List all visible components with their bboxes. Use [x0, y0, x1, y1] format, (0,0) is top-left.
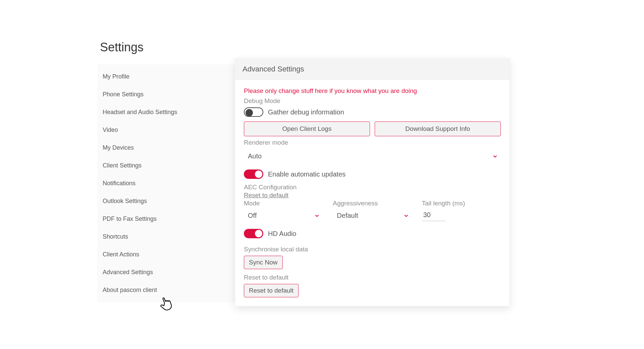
gather-debug-label: Gather debug information: [268, 108, 344, 116]
sidebar-item-client-actions[interactable]: Client Actions: [97, 246, 235, 263]
sidebar-item-label: My Devices: [103, 144, 134, 151]
sidebar-item-my-devices[interactable]: My Devices: [97, 139, 235, 157]
gather-debug-toggle[interactable]: [244, 107, 263, 117]
sidebar-item-shortcuts[interactable]: Shortcuts: [97, 228, 235, 246]
sidebar-item-label: Notifications: [103, 180, 136, 187]
aec-config-label: AEC Configuration: [244, 184, 501, 191]
advanced-settings-panel: Advanced Settings Please only change stu…: [235, 58, 510, 306]
reset-label: Reset to default: [244, 274, 501, 281]
warning-text: Please only change stuff here if you kno…: [244, 87, 501, 95]
chevron-down-icon: [314, 213, 320, 219]
sidebar-item-about[interactable]: About pascom client: [97, 281, 235, 299]
sidebar-item-client-settings[interactable]: Client Settings: [97, 157, 235, 174]
sidebar-item-label: Shortcuts: [103, 233, 128, 240]
page-title: Settings: [100, 40, 527, 54]
sidebar-item-label: PDF to Fax Settings: [103, 215, 157, 222]
aec-aggr-label: Aggressiveness: [333, 200, 412, 207]
sync-now-button[interactable]: Sync Now: [244, 256, 283, 269]
sidebar-item-label: About pascom client: [103, 287, 157, 293]
sidebar-item-headset-audio[interactable]: Headset and Audio Settings: [97, 103, 235, 121]
sidebar-item-label: Client Actions: [103, 251, 139, 258]
panel-title: Advanced Settings: [235, 59, 509, 80]
reset-default-button[interactable]: Reset to default: [244, 284, 299, 297]
renderer-mode-label: Renderer mode: [244, 139, 501, 146]
sidebar-item-label: Advanced Settings: [103, 269, 153, 276]
chevron-down-icon: [492, 153, 498, 159]
hd-audio-label: HD Audio: [268, 230, 297, 238]
aec-tail-input[interactable]: [422, 208, 445, 221]
sidebar-item-pdf-fax[interactable]: PDF to Fax Settings: [97, 210, 235, 228]
settings-sidebar: My Profile Phone Settings Headset and Au…: [97, 64, 235, 302]
debug-mode-label: Debug Mode: [244, 97, 501, 105]
sidebar-item-my-profile[interactable]: My Profile: [97, 68, 235, 86]
sidebar-item-label: Outlook Settings: [103, 198, 147, 204]
aec-mode-value: Off: [248, 212, 257, 219]
sidebar-item-label: Phone Settings: [103, 91, 144, 98]
aec-aggr-select[interactable]: Default: [333, 208, 412, 223]
sidebar-item-label: Client Settings: [103, 162, 142, 169]
sidebar-item-label: Video: [103, 127, 118, 133]
sidebar-item-video[interactable]: Video: [97, 121, 235, 139]
sidebar-item-outlook-settings[interactable]: Outlook Settings: [97, 192, 235, 210]
download-support-info-button[interactable]: Download Support Info: [375, 121, 501, 136]
renderer-mode-value: Auto: [248, 152, 262, 160]
aec-mode-select[interactable]: Off: [244, 208, 323, 223]
chevron-down-icon: [403, 213, 409, 219]
sidebar-item-label: My Profile: [103, 73, 129, 80]
sidebar-item-phone-settings[interactable]: Phone Settings: [97, 86, 235, 103]
aec-aggr-value: Default: [337, 212, 358, 219]
sync-label: Synchronise local data: [244, 246, 501, 253]
hd-audio-toggle[interactable]: [244, 229, 263, 238]
aec-mode-label: Mode: [244, 200, 323, 207]
aec-tail-label: Tail length (ms): [422, 200, 501, 207]
sidebar-item-label: Headset and Audio Settings: [103, 109, 177, 115]
sidebar-item-advanced-settings[interactable]: Advanced Settings: [97, 263, 235, 281]
renderer-mode-select[interactable]: Auto: [244, 149, 501, 163]
auto-updates-label: Enable automatic updates: [268, 170, 345, 178]
aec-reset-link[interactable]: Reset to default: [244, 192, 288, 199]
sidebar-item-notifications[interactable]: Notifications: [97, 174, 235, 192]
auto-updates-toggle[interactable]: [244, 169, 263, 179]
open-client-logs-button[interactable]: Open Client Logs: [244, 121, 370, 136]
